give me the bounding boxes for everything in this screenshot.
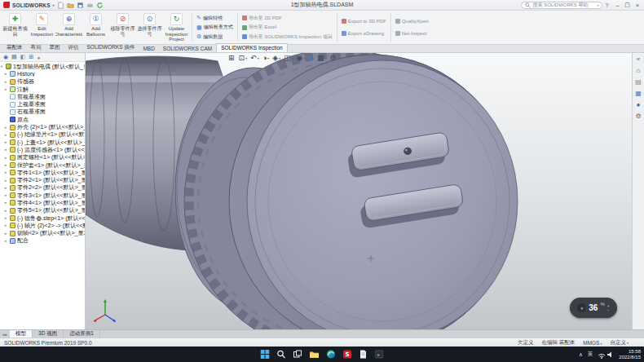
feature-tree-tab-icon[interactable]: ◉ (3, 54, 8, 60)
export-excel-button[interactable]: 导出至 Excel (242, 24, 333, 31)
zoom-area-icon[interactable]: ⊡▾ (239, 54, 248, 62)
close-button[interactable]: × (636, 2, 639, 8)
tab-motion-study-1[interactable]: 运动算例1 (64, 330, 100, 338)
tree-item[interactable]: ▸ (-) 德鲁春.step<1> (默认<<默认 (0, 214, 85, 222)
section-view-icon[interactable]: ◑▾ (262, 54, 269, 62)
resources-icon[interactable]: ⌂ (637, 67, 641, 74)
edit-characteristic-button[interactable]: ✎ 编辑特性 (196, 15, 233, 22)
help-search-input[interactable]: 搜索 SOLIDWORKS 帮助 ▾ (521, 2, 602, 9)
export-inspection-project-button[interactable]: 导出至 SOLIDWORKS Inspection 项目 (242, 33, 333, 41)
qualityxpert-button[interactable]: QualityXpert (395, 19, 429, 24)
search-caret-icon[interactable]: ▾ (597, 3, 598, 7)
tray-expand-icon[interactable]: ∧ (579, 351, 583, 358)
tree-item[interactable]: ▸ (-) 轴片 (2)<2> -> (默认<<默认> (0, 222, 85, 229)
export-2d-pdf-button[interactable]: 导出至 2D PDF (242, 15, 333, 22)
custom-selector[interactable]: 自定义▾ (610, 339, 629, 347)
zoom-out-button[interactable]: − (607, 308, 610, 312)
appearances-icon[interactable]: ● (637, 101, 641, 108)
new-inspection-project-button[interactable]: ✚ 新建检查项目 (2, 11, 29, 43)
tree-item[interactable]: ▸ 零件1<1> (默认<<默认>_显示状态 (0, 169, 85, 176)
graphics-viewport[interactable]: ⊞ ⊡▾ ↶▾ ◑▾ ◈▾ ◫▾ ◉▾ ● ▦▾ ⚙▾ ● 36 % + (86, 53, 632, 329)
tree-item[interactable]: ▸ 零件4<1> (默认<<默认>_显示状 (0, 199, 85, 206)
tree-item[interactable]: ▸ 保护套<1> (默认<<默认>_显示状 (0, 161, 85, 169)
input-language-indicator[interactable]: 英 (588, 351, 593, 358)
add-characteristic-button[interactable]: ⊕ Add Characteristic (55, 11, 82, 43)
dimxpert-tab-icon[interactable]: ⊞ (29, 54, 33, 60)
export-edrawing-button[interactable]: Export eDrawing (342, 31, 386, 36)
maximize-button[interactable]: ▢ (624, 2, 630, 8)
print-icon[interactable] (86, 2, 94, 9)
display-style-icon[interactable]: ◫▾ (284, 54, 293, 62)
tree-item[interactable]: ▸ 固定螺栓<1> (默认<<默认>_显示状 (0, 154, 85, 161)
collapse-task-pane-icon[interactable]: « (637, 55, 640, 63)
export-3d-pdf-button[interactable]: Export to 3D PDF (342, 19, 386, 24)
previous-view-icon[interactable]: ↶▾ (250, 54, 259, 62)
custom-properties-icon[interactable]: ⚙ (635, 113, 641, 120)
menu-expand-arrow-icon[interactable]: ▸ (53, 2, 55, 7)
configuration-manager-tab-icon[interactable]: ◧ (20, 54, 26, 60)
property-manager-tab-icon[interactable]: ▤ (11, 54, 17, 60)
start-button[interactable] (261, 350, 270, 359)
save-icon[interactable] (77, 2, 84, 9)
tab-mbd[interactable]: MBD (139, 45, 158, 52)
tab-solidworks-inspection[interactable]: SOLIDWORKS Inspection (216, 43, 288, 52)
edit-inspection-method-button[interactable]: ▦ 编辑检查方式 (196, 24, 233, 31)
tab-sketch[interactable]: 草图 (46, 43, 64, 52)
rebuild-icon[interactable] (96, 2, 104, 9)
tab-layout[interactable]: 布局 (27, 43, 46, 52)
task-view-button[interactable] (293, 350, 302, 359)
tree-item[interactable]: ▸ 零件2<1> (默认<<默认>_显示状 (0, 176, 85, 183)
tree-item[interactable]: 前视基准面 (0, 93, 85, 100)
tree-item[interactable]: ▸ (-) 温度传感器<1> (默认<<默认> (0, 146, 85, 153)
view-settings-icon[interactable]: ⚙▾ (329, 54, 338, 62)
tree-item[interactable]: ▸ (-) 上盖<1> (默认<<默认>_显示状 (0, 139, 85, 146)
search-button[interactable] (277, 350, 286, 359)
tree-item[interactable]: 右视基准面 (0, 108, 85, 116)
update-inspection-project-button[interactable]: ↻ Update Inspection Project (163, 11, 190, 43)
file-explorer-icon[interactable] (310, 351, 320, 359)
tree-item[interactable]: ▾ 1型加轴热电偶 (默认<默认_显示状态- (0, 63, 85, 70)
tree-item[interactable]: ▸ 配合 (0, 237, 85, 245)
net-inspect-button[interactable]: Net-Inspect (395, 31, 429, 36)
tree-item[interactable]: ▸ 传感器 (0, 78, 85, 86)
edit-data-button[interactable]: ⚙ 编辑数据 (196, 33, 233, 41)
system-clock[interactable]: 15:58 2022/8/15 (619, 349, 641, 360)
tree-item[interactable]: ▸ 零件5<1> (默认<<默认>_显示状 (0, 207, 85, 214)
tab-scroll-left-icon[interactable]: ◂ (2, 332, 5, 337)
apply-scene-icon[interactable]: ▦▾ (317, 54, 327, 62)
terminal-app-icon[interactable]: > (375, 350, 384, 359)
zoom-knob-icon[interactable]: ● (577, 303, 586, 312)
tree-item[interactable]: ▸ History (0, 70, 85, 77)
select-balloons-button[interactable]: ⊙ 选择零件序号 (136, 11, 163, 43)
tab-assembly[interactable]: 装配体 (2, 43, 27, 52)
tab-addins[interactable]: SOLIDWORKS 插件 (83, 43, 139, 52)
tab-evaluate[interactable]: 评估 (64, 43, 83, 52)
tree-item[interactable]: ▸ (-) 绝缘垫片<1> (默认<<默认>_显 (0, 131, 85, 139)
tree-item[interactable]: ▸ 锁轴<2> (默认<<默认>_显示状态 (0, 230, 85, 237)
design-library-icon[interactable]: ▤ (635, 78, 642, 86)
tree-item[interactable]: ▸ 零件2<2> (默认<<默认>_显示状 (0, 184, 85, 192)
tree-item[interactable]: 上视基准面 (0, 100, 85, 108)
units-selector[interactable]: MMGS▾ (583, 340, 602, 346)
edge-browser-icon[interactable] (327, 350, 336, 359)
hide-show-items-icon[interactable]: ◉▾ (297, 54, 306, 62)
add-balloons-button[interactable]: ① Add Balloons (82, 11, 109, 43)
zoom-indicator[interactable]: ● 36 % + − (570, 298, 617, 318)
tree-item[interactable]: ▸ 零件3<1> (默认<<默认>_显示状 (0, 192, 85, 199)
viewport-3d[interactable] (86, 53, 632, 329)
edit-inspection-button[interactable]: ✎ Edit Inspection (29, 11, 55, 43)
view-palette-icon[interactable]: ▦ (635, 90, 642, 97)
minimize-button[interactable]: – (615, 2, 619, 8)
tree-item[interactable]: ▸ 注解 (0, 86, 85, 93)
tab-model[interactable]: 模型 (10, 330, 33, 338)
tree-item[interactable]: ▸ 外壳 (2)<1> (默认<<默认>_显示状 (0, 123, 85, 130)
help-icon[interactable]: ? (605, 2, 608, 8)
remove-balloons-button[interactable]: ⊘ 移除零件序号 (109, 11, 136, 43)
network-volume-tray-icons[interactable] (598, 351, 614, 359)
tree-item[interactable]: 原点 (0, 116, 85, 123)
tab-3d-views[interactable]: 3D 视图 (33, 330, 64, 338)
new-document-icon[interactable] (57, 2, 64, 9)
tab-scroll-right-icon[interactable]: ▸ (6, 332, 8, 337)
open-icon[interactable] (67, 2, 74, 9)
tab-solidworks-cam[interactable]: SOLIDWORKS CAM (159, 45, 216, 52)
